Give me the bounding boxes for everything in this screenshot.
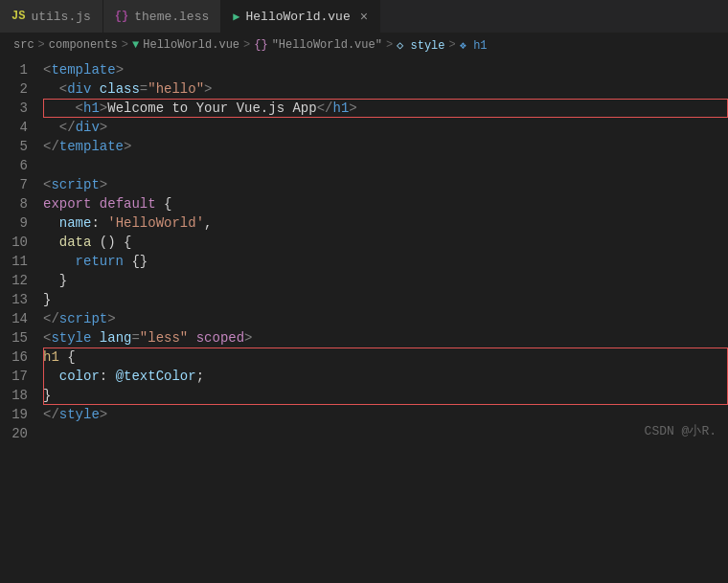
tab-helloworld-label: HelloWorld.vue bbox=[245, 10, 350, 24]
tab-theme-less-label: theme.less bbox=[134, 10, 209, 24]
line-content-16: h1 { bbox=[43, 348, 728, 367]
line-content-9: name: 'HelloWorld', bbox=[43, 213, 728, 233]
breadcrumb-helloworld: HelloWorld.vue bbox=[143, 38, 239, 52]
watermark: CSDN @小R. bbox=[645, 422, 717, 439]
line-4: 4 </div> bbox=[0, 118, 728, 137]
editor: 1 <template> 2 <div class="hello"> 3 <h1… bbox=[0, 56, 728, 447]
line-num-13: 13 bbox=[0, 290, 43, 309]
line-num-18: 18 bbox=[0, 386, 43, 405]
breadcrumb-style: ◇ style bbox=[397, 38, 444, 53]
breadcrumb-h1: ❖ h1 bbox=[460, 38, 488, 53]
breadcrumb-quotename: "HelloWorld.vue" bbox=[272, 38, 382, 52]
tab-utils[interactable]: JS utils.js bbox=[0, 0, 103, 33]
breadcrumb-sep-4: > bbox=[386, 38, 393, 52]
line-12: 12 } bbox=[0, 271, 728, 290]
vue-icon: ▶ bbox=[233, 10, 239, 24]
line-num-7: 7 bbox=[0, 175, 43, 194]
line-num-16: 16 bbox=[0, 348, 43, 367]
line-3: 3 <h1>Welcome to Your Vue.js App</h1> bbox=[0, 99, 728, 118]
line-content-13: } bbox=[43, 290, 728, 309]
line-num-15: 15 bbox=[0, 328, 43, 348]
line-14: 14 </script> bbox=[0, 309, 728, 328]
code-editor: 1 <template> 2 <div class="hello"> 3 <h1… bbox=[0, 56, 728, 447]
breadcrumb-sep-5: > bbox=[449, 38, 456, 52]
line-11: 11 return {} bbox=[0, 252, 728, 271]
highlight-block: 16 h1 { 17 color: @textColor; 18 } bbox=[0, 348, 728, 405]
line-content-18: } bbox=[43, 386, 728, 405]
line-num-17: 17 bbox=[0, 367, 43, 386]
js-icon: JS bbox=[11, 10, 25, 23]
line-content-5: </template> bbox=[43, 137, 728, 156]
line-content-7: <script> bbox=[43, 175, 728, 194]
line-content-10: data () { bbox=[43, 233, 728, 252]
breadcrumb-components: components bbox=[49, 38, 118, 52]
less-icon: {} bbox=[115, 10, 128, 23]
line-content-2: <div class="hello"> bbox=[43, 79, 728, 99]
tab-close-icon[interactable]: × bbox=[360, 10, 368, 25]
line-1: 1 <template> bbox=[0, 60, 728, 79]
line-num-5: 5 bbox=[0, 137, 43, 156]
line-content-1: <template> bbox=[43, 60, 728, 79]
line-2: 2 <div class="hello"> bbox=[0, 79, 728, 99]
line-10: 10 data () { bbox=[0, 233, 728, 252]
line-num-9: 9 bbox=[0, 213, 43, 233]
line-content-14: </script> bbox=[43, 309, 728, 328]
breadcrumb-curly: {} bbox=[254, 38, 267, 52]
breadcrumb-src: src bbox=[13, 38, 34, 52]
line-7: 7 <script> bbox=[0, 175, 728, 194]
line-19: 19 </style> bbox=[0, 405, 728, 424]
line-9: 9 name: 'HelloWorld', bbox=[0, 213, 728, 233]
line-20: 20 bbox=[0, 424, 728, 443]
line-num-4: 4 bbox=[0, 118, 43, 137]
tab-theme-less[interactable]: {} theme.less bbox=[103, 0, 221, 33]
line-content-12: } bbox=[43, 271, 728, 290]
breadcrumb-sep-1: > bbox=[38, 38, 45, 52]
line-content-17: color: @textColor; bbox=[43, 367, 728, 386]
line-num-2: 2 bbox=[0, 79, 43, 99]
breadcrumb-vue-icon: ▼ bbox=[132, 38, 139, 52]
breadcrumb-sep-2: > bbox=[122, 38, 128, 52]
line-6: 6 bbox=[0, 156, 728, 175]
breadcrumb-sep-3: > bbox=[243, 38, 250, 52]
line-content-15: <style lang="less" scoped> bbox=[43, 328, 728, 348]
line-content-19: </style> bbox=[43, 405, 728, 424]
line-13: 13 } bbox=[0, 290, 728, 309]
breadcrumb: src > components > ▼ HelloWorld.vue > {}… bbox=[0, 34, 728, 56]
line-content-11: return {} bbox=[43, 252, 728, 271]
tab-utils-label: utils.js bbox=[31, 10, 90, 24]
line-num-19: 19 bbox=[0, 405, 43, 424]
line-num-1: 1 bbox=[0, 60, 43, 79]
line-content-8: export default { bbox=[43, 194, 728, 213]
tab-bar: JS utils.js {} theme.less ▶ HelloWorld.v… bbox=[0, 0, 728, 34]
line-num-10: 10 bbox=[0, 233, 43, 252]
line-content-3: <h1>Welcome to Your Vue.js App</h1> bbox=[43, 99, 728, 118]
line-16: 16 h1 { bbox=[0, 348, 728, 367]
line-num-11: 11 bbox=[0, 252, 43, 271]
line-num-6: 6 bbox=[0, 156, 43, 175]
tab-helloworld[interactable]: ▶ HelloWorld.vue × bbox=[221, 0, 380, 33]
line-8: 8 export default { bbox=[0, 194, 728, 213]
line-num-14: 14 bbox=[0, 309, 43, 328]
line-num-3: 3 bbox=[0, 99, 43, 118]
line-num-12: 12 bbox=[0, 271, 43, 290]
line-5: 5 </template> bbox=[0, 137, 728, 156]
line-num-8: 8 bbox=[0, 194, 43, 213]
line-content-4: </div> bbox=[43, 118, 728, 137]
line-17: 17 color: @textColor; bbox=[0, 367, 728, 386]
line-num-20: 20 bbox=[0, 424, 43, 443]
line-18: 18 } bbox=[0, 386, 728, 405]
line-15: 15 <style lang="less" scoped> bbox=[0, 328, 728, 348]
